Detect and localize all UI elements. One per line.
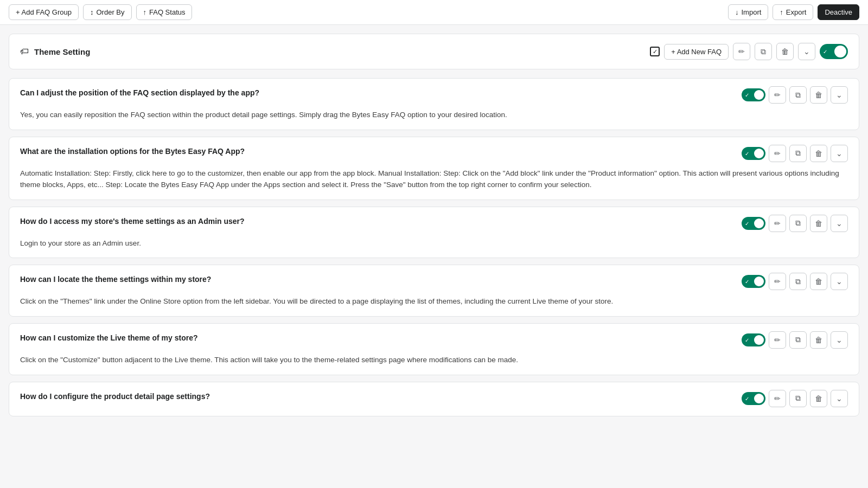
edit-theme-button[interactable]: ✏ (733, 43, 750, 60)
faq-question: How do I configure the product detail pa… (20, 391, 742, 402)
pencil-icon: ✏ (774, 91, 781, 99)
faq-delete-button[interactable]: 🗑 (810, 331, 827, 349)
faq-copy-button[interactable]: ⧉ (789, 331, 807, 349)
faq-edit-button[interactable]: ✏ (769, 215, 786, 232)
copy-icon: ⧉ (795, 219, 801, 228)
pencil-icon: ✏ (774, 149, 781, 158)
faq-list: Can I adjust the position of the FAQ sec… (9, 78, 859, 416)
faq-question: Can I adjust the position of the FAQ sec… (20, 87, 742, 99)
faq-toggle-2[interactable]: ✓ (742, 147, 765, 160)
chevron-down-icon: ⌄ (836, 91, 843, 99)
chevron-down-icon: ⌄ (836, 149, 843, 158)
faq-copy-button[interactable]: ⧉ (789, 215, 807, 232)
faq-answer: Click on the "Themes" link under the Onl… (20, 296, 848, 307)
faq-answer: Login to your store as an Admin user. (20, 237, 848, 249)
faq-toggle-4[interactable]: ✓ (742, 275, 765, 288)
faq-question: How can I locate the theme settings with… (20, 274, 742, 285)
faq-expand-button[interactable]: ⌄ (831, 145, 848, 162)
deactive-button[interactable]: Deactive (818, 4, 859, 20)
faq-delete-button[interactable]: 🗑 (810, 145, 827, 162)
faq-delete-button[interactable]: 🗑 (810, 390, 827, 407)
faq-controls: ✓ ✏ ⧉ 🗑 ⌄ (742, 215, 848, 232)
copy-icon: ⧉ (795, 277, 801, 286)
trash-icon: 🗑 (815, 219, 822, 228)
faq-controls: ✓ ✏ ⧉ 🗑 ⌄ (742, 86, 848, 104)
faq-answer: Click on the "Customize" button adjacent… (20, 354, 848, 366)
faq-copy-button[interactable]: ⧉ (789, 273, 807, 290)
faq-row: What are the installation options for th… (20, 146, 848, 162)
theme-header: 🏷 Theme Setting + Add New FAQ ✏ ⧉ 🗑 ⌄ ✓ (9, 34, 859, 69)
chevron-down-icon: ⌄ (836, 394, 843, 403)
chevron-down-icon: ⌄ (836, 336, 843, 344)
faq-controls: ✓ ✏ ⧉ 🗑 ⌄ (742, 273, 848, 290)
faq-expand-button[interactable]: ⌄ (831, 215, 848, 232)
pencil-icon: ✏ (774, 219, 781, 228)
copy-icon: ⧉ (795, 149, 801, 158)
trash-icon: 🗑 (815, 394, 822, 403)
theme-header-left: 🏷 Theme Setting (20, 47, 90, 56)
faq-row: How do I access my store's theme setting… (20, 216, 848, 232)
faq-delete-button[interactable]: 🗑 (810, 86, 827, 104)
order-by-button[interactable]: ↕ Order By (83, 4, 132, 20)
faq-toggle-5[interactable]: ✓ (742, 333, 765, 346)
copy-icon: ⧉ (795, 91, 801, 100)
faq-row: Can I adjust the position of the FAQ sec… (20, 87, 848, 104)
faq-item: How can I customize the Live theme of my… (9, 323, 859, 375)
faq-answer: Yes, you can easily reposition the FAQ s… (20, 109, 848, 121)
trash-icon: 🗑 (815, 149, 822, 158)
chevron-down-icon: ⌄ (803, 47, 810, 56)
pencil-icon: ✏ (774, 277, 781, 286)
faq-expand-button[interactable]: ⌄ (831, 273, 848, 290)
faq-toggle-6[interactable]: ✓ (742, 392, 765, 405)
copy-theme-button[interactable]: ⧉ (755, 43, 772, 60)
faq-toggle-3[interactable]: ✓ (742, 217, 765, 230)
faq-row: How do I configure the product detail pa… (20, 391, 848, 407)
faq-edit-button[interactable]: ✏ (769, 273, 786, 290)
collapse-theme-button[interactable]: ⌄ (798, 43, 815, 60)
faq-edit-button[interactable]: ✏ (769, 331, 786, 349)
faq-item: How do I access my store's theme setting… (9, 207, 859, 259)
faq-delete-button[interactable]: 🗑 (810, 273, 827, 290)
toolbar: + Add FAQ Group ↕ Order By ↑ FAQ Status … (0, 0, 868, 25)
faq-toggle-1[interactable]: ✓ (742, 88, 765, 101)
faq-status-button[interactable]: ↑ FAQ Status (136, 4, 193, 20)
trash-icon: 🗑 (815, 277, 822, 286)
pencil-icon: ✏ (738, 47, 745, 56)
import-button[interactable]: ↓ Import (728, 4, 768, 20)
toolbar-right: ↓ Import ↑ Export Deactive (728, 4, 859, 20)
faq-question: How do I access my store's theme setting… (20, 216, 742, 227)
faq-edit-button[interactable]: ✏ (769, 390, 786, 407)
faq-copy-button[interactable]: ⧉ (789, 86, 807, 104)
faq-item: How do I configure the product detail pa… (9, 382, 859, 416)
faq-expand-button[interactable]: ⌄ (831, 331, 848, 349)
faq-copy-button[interactable]: ⧉ (789, 390, 807, 407)
delete-theme-button[interactable]: 🗑 (776, 43, 794, 60)
import-icon: ↓ (735, 8, 739, 16)
faq-expand-button[interactable]: ⌄ (831, 86, 848, 104)
faq-controls: ✓ ✏ ⧉ 🗑 ⌄ (742, 331, 848, 349)
trash-icon: 🗑 (781, 47, 789, 56)
chevron-down-icon: ⌄ (836, 219, 843, 228)
chevron-down-icon: ↕ (90, 8, 94, 16)
add-faq-group-button[interactable]: + Add FAQ Group (9, 4, 79, 20)
faq-copy-button[interactable]: ⧉ (789, 145, 807, 162)
trash-icon: 🗑 (815, 336, 822, 344)
theme-title: Theme Setting (34, 47, 90, 56)
faq-edit-button[interactable]: ✏ (769, 145, 786, 162)
faq-item: Can I adjust the position of the FAQ sec… (9, 78, 859, 130)
faq-item: What are the installation options for th… (9, 137, 859, 200)
trash-icon: 🗑 (815, 91, 822, 99)
faq-controls: ✓ ✏ ⧉ 🗑 ⌄ (742, 390, 848, 407)
theme-toggle[interactable]: ✓ (820, 44, 848, 59)
select-all-checkbox[interactable] (650, 47, 660, 56)
export-button[interactable]: ↑ Export (773, 4, 813, 20)
faq-answer: Automatic Installation: Step: Firstly, c… (20, 168, 848, 191)
copy-icon: ⧉ (795, 394, 801, 403)
export-icon: ↑ (780, 8, 783, 16)
faq-row: How can I locate the theme settings with… (20, 274, 848, 290)
faq-delete-button[interactable]: 🗑 (810, 215, 827, 232)
faq-expand-button[interactable]: ⌄ (831, 390, 848, 407)
main-content: 🏷 Theme Setting + Add New FAQ ✏ ⧉ 🗑 ⌄ ✓ (0, 25, 868, 432)
faq-edit-button[interactable]: ✏ (769, 86, 786, 104)
add-new-faq-button[interactable]: + Add New FAQ (664, 44, 729, 60)
